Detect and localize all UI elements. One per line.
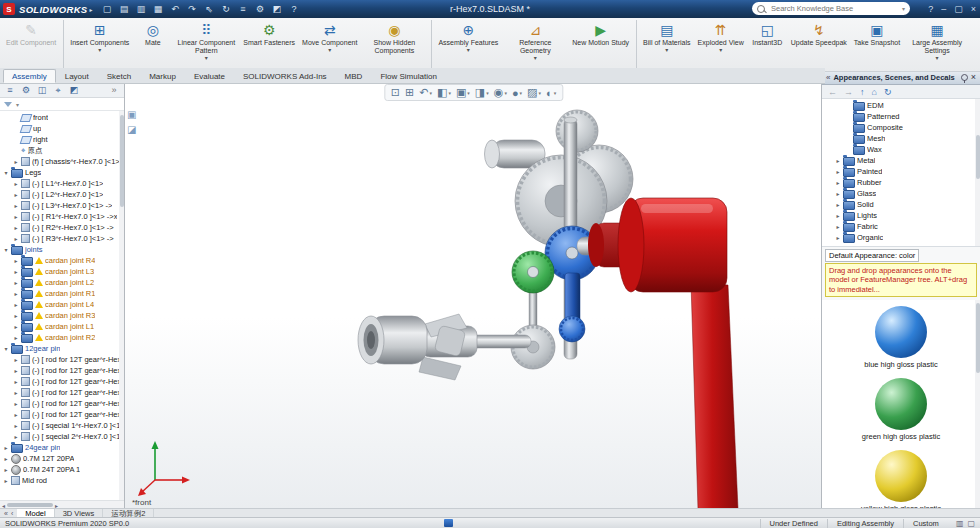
tree-item[interactable]: ▸ (-) [ rod for 12T gear^r-Hex7.0 ]<1> xyxy=(0,398,124,409)
open-file-icon[interactable]: ▤ xyxy=(115,4,132,14)
save-icon[interactable]: ▥ xyxy=(132,4,149,14)
swatch-blue-high-gloss-plastic[interactable]: blue high gloss plastic xyxy=(864,306,937,369)
close-pane-icon[interactable]: × xyxy=(971,72,976,82)
appearance-category[interactable]: ▸ Fabric xyxy=(822,221,980,232)
dropdown-caret-icon[interactable]: ▾ xyxy=(467,90,470,96)
dropdown-caret-icon[interactable]: ▾ xyxy=(448,90,451,96)
zoom-fit-icon[interactable]: ⊡ ▾ xyxy=(391,86,400,99)
hscrollbar-thumb[interactable] xyxy=(7,503,53,507)
tree-item[interactable]: ▸ (-) [ rod for 12T gear^r-Hex7.0 ]<1> xyxy=(0,354,124,365)
back-icon[interactable]: ← xyxy=(828,87,837,97)
expand-arrow-icon[interactable]: ▸ xyxy=(13,389,19,396)
dropdown-caret-icon[interactable] xyxy=(665,47,668,53)
tree-item[interactable]: ▾ 12gear pin xyxy=(0,343,124,354)
selection-filter-icon[interactable]: ▣ xyxy=(127,109,136,120)
expand-arrow-icon[interactable]: ▸ xyxy=(13,191,19,198)
rebuild-icon[interactable]: ↻ xyxy=(217,4,234,14)
units-status[interactable]: Custom xyxy=(903,519,948,528)
scrollbar-thumb[interactable] xyxy=(976,303,980,373)
dropdown-caret-icon[interactable]: ▾ xyxy=(429,90,432,96)
dropdown-caret-icon[interactable] xyxy=(328,47,331,53)
scrollbar-thumb[interactable] xyxy=(976,135,980,179)
tree-item[interactable]: ▸ (-) [ L1^r-Hex7.0 ]<1> xyxy=(0,178,124,189)
expand-arrow-icon[interactable]: ▸ xyxy=(13,224,19,231)
search-input[interactable] xyxy=(769,3,898,14)
expand-arrow-icon[interactable]: ▸ xyxy=(13,411,19,418)
minimize-icon[interactable]: – xyxy=(941,4,946,14)
panel-chevron-icon[interactable]: » xyxy=(106,85,122,95)
scroll-tabs-start-icon[interactable]: « xyxy=(4,510,8,517)
expand-arrow-icon[interactable]: ▸ xyxy=(13,268,19,275)
dropdown-caret-icon[interactable] xyxy=(98,47,101,53)
filter-caret-icon[interactable]: ▾ xyxy=(16,101,19,108)
tree-item[interactable]: ▸ cardan joint R4 xyxy=(0,255,124,266)
forward-icon[interactable]: → xyxy=(844,87,853,97)
tree-item[interactable]: ▸ (-) [ sqecial 2^r-Hex7.0 ]<1> xyxy=(0,431,124,442)
knowledge-base-search[interactable]: ▾ xyxy=(752,2,910,15)
appearance-category[interactable]: ▸ Lights xyxy=(822,210,980,221)
help-icon[interactable]: ? xyxy=(928,4,933,14)
new-file-icon[interactable]: ▢ xyxy=(98,4,115,14)
red-arm[interactable] xyxy=(691,283,738,509)
take-snapshot-button[interactable]: Take Snapshot xyxy=(851,20,903,70)
move-component-button[interactable]: Move Component xyxy=(299,20,360,70)
hidden-pane-icon[interactable]: ◪ xyxy=(127,124,136,135)
tab-solidworks-add-ins[interactable]: SOLIDWORKS Add-Ins xyxy=(234,69,336,83)
displaymanager-tab-icon[interactable]: ◩ xyxy=(66,85,82,95)
tree-item[interactable]: ▸ cardan joint R2 xyxy=(0,332,124,343)
tab-mbd[interactable]: MBD xyxy=(336,69,372,83)
home-icon[interactable]: ⌂ xyxy=(872,87,877,97)
maximize-icon[interactable]: ▢ xyxy=(954,4,963,14)
tree-item[interactable]: ▾ Legs xyxy=(0,167,124,178)
task-pane-toggle-icon[interactable]: ▥ xyxy=(956,519,964,528)
dropdown-caret-icon[interactable] xyxy=(936,55,939,61)
expand-arrow-icon[interactable]: ▸ xyxy=(13,378,19,385)
tab-sketch[interactable]: Sketch xyxy=(98,69,140,83)
search-caret-icon[interactable]: ▾ xyxy=(902,5,905,12)
tree-item[interactable]: ▸ (-) [ L2^r-Hex7.0 ]<1> xyxy=(0,189,124,200)
redo-icon[interactable]: ↷ xyxy=(183,4,200,14)
section-view-icon[interactable]: ◧ ▾ xyxy=(437,86,451,99)
smart-fasteners-button[interactable]: Smart Fasteners xyxy=(240,20,298,70)
expand-arrow-icon[interactable]: ▸ xyxy=(835,212,841,219)
appearance-category[interactable]: ▸ Glass xyxy=(822,188,980,199)
apply-scene-icon[interactable]: ▨ ▾ xyxy=(527,86,541,99)
tab-layout[interactable]: Layout xyxy=(56,69,98,83)
expand-arrow-icon[interactable]: ▸ xyxy=(13,202,19,209)
expand-arrow-icon[interactable]: ▸ xyxy=(13,213,19,220)
tree-item[interactable]: ▸ cardan joint R1 xyxy=(0,288,124,299)
expand-arrow-icon[interactable]: ▸ xyxy=(3,477,9,484)
swatch-green-high-gloss-plastic[interactable]: green high gloss plastic xyxy=(862,378,940,441)
tree-item[interactable]: ▸ cardan joint L4 xyxy=(0,299,124,310)
expand-arrow-icon[interactable]: ▸ xyxy=(835,179,841,186)
expand-arrow-icon[interactable]: ▸ xyxy=(13,323,19,330)
tree-item[interactable]: ▸ (-) [ R2^r-Hex7.0 ]<1> -> xyxy=(0,222,124,233)
tree-item[interactable]: ▸ (-) [ rod for 12T gear^r-Hex7.0 ]<1> xyxy=(0,376,124,387)
display-style-icon[interactable]: ◨ ▾ xyxy=(475,86,489,99)
new-motion-study-button[interactable]: New Motion Study xyxy=(569,20,632,70)
tree-item[interactable]: ▸ (f) [ chassis^r-Hex7.0 ]<1> xyxy=(0,156,124,167)
tree-item[interactable]: ▸ cardan joint R3 xyxy=(0,310,124,321)
file-properties-icon[interactable]: ≡ xyxy=(234,4,251,14)
dropdown-caret-icon[interactable]: ▾ xyxy=(554,90,557,96)
edit-mode-status[interactable]: Editing Assembly xyxy=(827,519,903,528)
tree-item[interactable]: ▸ (-) [ R1^r-Hex7.0 ]<1> ->x xyxy=(0,211,124,222)
assembly-features-button[interactable]: Assembly Features xyxy=(431,20,501,70)
mate-button[interactable]: Mate xyxy=(133,20,172,70)
dropdown-caret-icon[interactable] xyxy=(534,55,537,61)
appearance-category[interactable]: EDM xyxy=(822,100,980,111)
collapse-pane-icon[interactable]: « xyxy=(826,73,830,82)
tree-item[interactable]: ▸ cardan joint L2 xyxy=(0,277,124,288)
expand-arrow-icon[interactable]: ▸ xyxy=(13,312,19,319)
dropdown-caret-icon[interactable]: ▾ xyxy=(504,90,507,96)
green-gear[interactable] xyxy=(512,251,554,293)
insert-components-button[interactable]: Insert Components xyxy=(63,20,132,70)
appearance-category[interactable]: ▸ Metal xyxy=(822,155,980,166)
view-settings-icon[interactable]: ◐ ▾ xyxy=(546,87,556,99)
cardan-joint[interactable] xyxy=(358,314,477,380)
assembly-3d-view[interactable] xyxy=(125,83,822,509)
expand-arrow-icon[interactable]: ▸ xyxy=(13,290,19,297)
drive-rod[interactable] xyxy=(469,335,531,348)
edit-component-button[interactable]: Edit Component xyxy=(3,20,59,70)
appearance-category[interactable]: ▸ Rubber xyxy=(822,177,980,188)
